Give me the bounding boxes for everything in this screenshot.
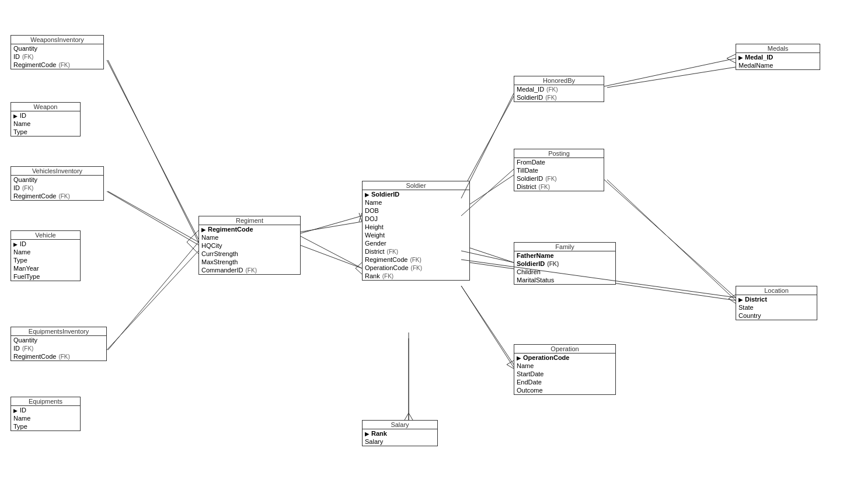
field-p-soldierid: SoldierID(FK) <box>514 174 604 183</box>
svg-line-5 <box>607 67 736 88</box>
entity-soldier: Soldier SoldierID Name DOB DOJ Height We… <box>362 181 470 281</box>
field-v-name: Name <box>11 248 80 256</box>
field-v-manyear: ManYear <box>11 264 80 272</box>
entity-vehicle: Vehicle ID Name Type ManYear FuelType <box>11 230 81 281</box>
svg-line-10 <box>461 286 514 368</box>
entity-title-posting: Posting <box>514 149 604 158</box>
svg-line-29 <box>729 295 736 299</box>
field-ei-id: ID(FK) <box>11 344 106 352</box>
entity-vehicles-inventory: VehiclesInventory Quantity ID(FK) Regime… <box>11 166 104 201</box>
svg-line-38 <box>356 262 362 268</box>
entity-title-soldier: Soldier <box>363 181 469 190</box>
field-m-medalname: MedalName <box>736 61 820 69</box>
field-vi-id: ID(FK) <box>11 184 103 192</box>
field-s-soldierid: SoldierID <box>363 190 469 198</box>
entity-posting: Posting FromDate TillDate SoldierID(FK) … <box>514 149 604 191</box>
field-op-enddate: EndDate <box>514 378 615 386</box>
svg-line-33 <box>507 365 514 369</box>
entity-title-location: Location <box>736 286 817 295</box>
field-f-soldierid: SoldierID(FK) <box>514 260 615 268</box>
entity-medals: Medals Medal_ID MedalName <box>736 44 820 70</box>
svg-line-31 <box>461 286 514 365</box>
field-r-maxstrength: MaxStrength <box>199 258 300 266</box>
entity-operation: Operation OperationCode Name StartDate E… <box>514 344 616 395</box>
entity-title-medals: Medals <box>736 44 820 52</box>
svg-line-23 <box>727 54 736 58</box>
svg-line-20 <box>187 242 198 254</box>
svg-line-3 <box>292 242 362 268</box>
field-op-name: Name <box>514 362 615 370</box>
svg-line-24 <box>727 58 736 63</box>
field-l-country: Country <box>736 312 817 320</box>
field-op-startdate: StartDate <box>514 370 615 378</box>
field-e-type: Type <box>11 422 80 430</box>
field-r-regimentcode: RegimentCode <box>199 225 300 233</box>
entity-title-weapons-inventory: WeaponsInventory <box>11 36 103 44</box>
field-p-district: District(FK) <box>514 183 604 191</box>
field-s-rank: Rank(FK) <box>363 272 469 280</box>
field-wi-quantity: Quantity <box>11 44 103 52</box>
field-f-fathername: FatherName <box>514 251 615 260</box>
field-s-doj: DOJ <box>363 215 469 223</box>
field-w-type: Type <box>11 128 80 136</box>
field-v-fueltype: FuelType <box>11 272 80 281</box>
field-v-type: Type <box>11 256 80 264</box>
svg-line-2 <box>108 242 198 350</box>
svg-line-32 <box>507 360 514 365</box>
field-w-name: Name <box>11 120 80 128</box>
entity-title-vehicles-inventory: VehiclesInventory <box>11 167 103 175</box>
svg-line-35 <box>405 413 409 420</box>
entity-title-honored-by: HonoredBy <box>514 76 604 85</box>
field-r-commanderid: CommanderID(FK) <box>199 266 300 274</box>
svg-line-14 <box>107 191 198 245</box>
svg-line-0 <box>108 60 198 242</box>
svg-line-22 <box>604 58 736 86</box>
svg-line-26 <box>604 180 736 298</box>
entity-title-operation: Operation <box>514 345 615 353</box>
field-l-district: District <box>736 295 817 303</box>
svg-line-19 <box>187 230 198 242</box>
svg-line-36 <box>409 413 413 420</box>
entity-weapon: Weapon ID Name Type <box>11 102 81 136</box>
entity-weapons-inventory: WeaponsInventory Quantity ID(FK) Regimen… <box>11 35 104 69</box>
field-ei-quantity: Quantity <box>11 336 106 344</box>
entity-title-vehicle: Vehicle <box>11 231 80 239</box>
field-f-maritalstatus: MaritalStatus <box>514 276 615 284</box>
field-e-id: ID <box>11 406 80 414</box>
field-vi-regimentcode: RegimentCode(FK) <box>11 192 103 200</box>
svg-line-4 <box>461 96 514 192</box>
entity-regiment: Regiment RegimentCode Name HQCity CurrSt… <box>198 216 301 275</box>
field-r-hqcity: HQCity <box>199 242 300 250</box>
field-l-state: State <box>736 303 817 312</box>
svg-line-30 <box>729 299 736 303</box>
field-r-currstrength: CurrStrength <box>199 250 300 258</box>
field-hb-soldierid: SoldierID(FK) <box>514 93 604 102</box>
field-s-operationcode: OperationCode(FK) <box>363 264 469 272</box>
field-s-name: Name <box>363 198 469 206</box>
field-s-gender: Gender <box>363 239 469 247</box>
field-wi-id: ID(FK) <box>11 52 103 61</box>
field-sal-salary: Salary <box>363 438 437 446</box>
field-p-tilldate: TillDate <box>514 166 604 174</box>
field-s-district: District(FK) <box>363 247 469 256</box>
field-v-id: ID <box>11 240 80 248</box>
field-p-fromdate: FromDate <box>514 158 604 166</box>
svg-line-39 <box>356 268 362 274</box>
field-e-name: Name <box>11 414 80 422</box>
field-f-children: Children <box>514 268 615 276</box>
field-wi-regimentcode: RegimentCode(FK) <box>11 61 103 69</box>
svg-line-37 <box>301 236 362 268</box>
entity-honored-by: HonoredBy Medal_ID(FK) SoldierID(FK) <box>514 76 604 102</box>
field-vi-quantity: Quantity <box>11 176 103 184</box>
field-op-operationcode: OperationCode <box>514 354 615 362</box>
diagram-canvas: WeaponsInventory Quantity ID(FK) Regimen… <box>0 0 864 504</box>
field-w-id: ID <box>11 111 80 120</box>
field-s-dob: DOB <box>363 206 469 215</box>
svg-line-13 <box>107 60 198 239</box>
entity-title-family: Family <box>514 243 615 251</box>
field-op-outcome: Outcome <box>514 386 615 394</box>
svg-line-1 <box>108 191 198 242</box>
entity-title-salary: Salary <box>363 421 437 429</box>
svg-line-16 <box>301 216 362 233</box>
entity-location: Location District State Country <box>736 286 817 320</box>
